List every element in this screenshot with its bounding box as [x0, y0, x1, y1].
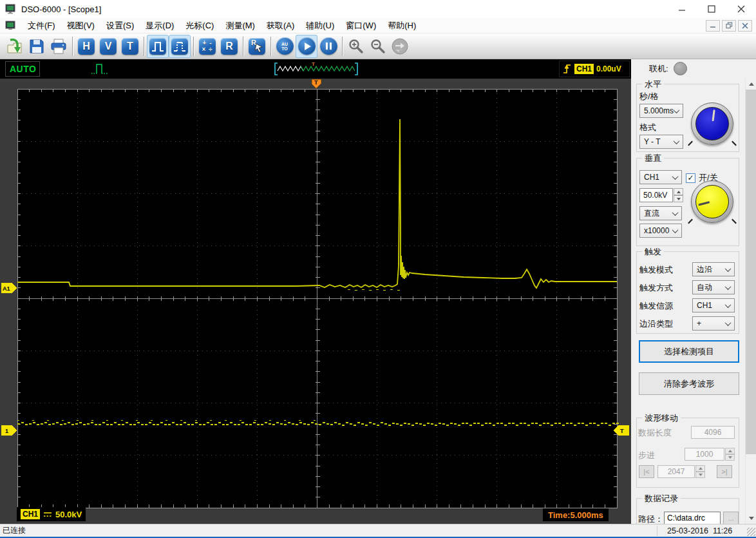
select-test-items-button[interactable]: 选择检测项目: [639, 340, 739, 363]
menu-file[interactable]: 文件(F): [28, 20, 55, 32]
volts-div-value: 50.0kV: [639, 188, 673, 202]
format-select[interactable]: Y - T: [639, 135, 683, 149]
toolbar-separator: [270, 37, 271, 56]
browse-button[interactable]: ...: [723, 512, 739, 524]
menu-utility[interactable]: 辅助(U): [306, 20, 334, 32]
chevron-down-icon: [672, 227, 679, 233]
ch1-level-marker[interactable]: [1, 425, 17, 436]
minimize-icon[interactable]: [667, 0, 697, 18]
volts-div-spinner[interactable]: 50.0kV: [639, 188, 683, 202]
open-button[interactable]: [4, 35, 26, 58]
path-field[interactable]: C:\data.drc: [664, 512, 721, 524]
cursor-button[interactable]: R: [246, 35, 268, 58]
mdi-restore-icon[interactable]: [722, 20, 736, 32]
secdiv-label: 秒/格: [639, 91, 659, 102]
panel-scrollbar[interactable]: [745, 79, 756, 524]
menu-bar: 文件(F) 视图(V) 设置(S) 显示(D) 光标(C) 测量(M) 获取(A…: [0, 18, 756, 34]
mdi-close-icon[interactable]: [738, 20, 752, 32]
statusbar-separator: [657, 526, 657, 536]
pulse-button[interactable]: [147, 35, 169, 58]
pause-button[interactable]: [317, 35, 339, 58]
horizontal-settings-button[interactable]: H: [75, 35, 97, 58]
clear-reference-button[interactable]: 清除参考波形: [639, 372, 739, 395]
vertical-group-title: 垂直: [642, 153, 664, 164]
trigger-pulse-icon: [90, 61, 112, 77]
spin-down-icon[interactable]: [725, 454, 735, 461]
pulse-measure-button[interactable]: [169, 35, 191, 58]
mdi-minimize-icon[interactable]: [706, 20, 720, 32]
data-length-value: 4096: [704, 428, 722, 437]
coupling-value: 直流: [644, 208, 659, 219]
vertical-position-knob[interactable]: [691, 180, 733, 223]
trigger-source-select[interactable]: CH1: [692, 298, 735, 312]
toolbar-separator: [193, 37, 194, 56]
trigger-settings-button[interactable]: T: [119, 35, 141, 58]
vertical-group: 垂直 CH1 ✓ 开/关 50.0kV 直流 x10000: [636, 158, 739, 246]
horizontal-position-knob[interactable]: [691, 102, 733, 145]
edge-type-select[interactable]: +: [692, 316, 735, 331]
spin-down-icon[interactable]: [674, 195, 683, 202]
menu-cursor[interactable]: 光标(C): [185, 20, 214, 32]
scrollbar-down-icon[interactable]: [746, 513, 756, 524]
scope-canvas[interactable]: A11TT: [0, 79, 631, 524]
spin-up-icon[interactable]: [695, 465, 705, 472]
menu-acquire[interactable]: 获取(A): [267, 20, 294, 32]
connection-status: 已连接: [3, 525, 26, 536]
maximize-icon[interactable]: [697, 0, 726, 18]
channel-badge: CH1: [21, 509, 40, 519]
waveform-overview-bar[interactable]: T: [273, 61, 359, 77]
math-button[interactable]: + -× ÷: [196, 35, 218, 58]
go-first-button[interactable]: |<: [639, 465, 654, 478]
save-button[interactable]: [26, 35, 48, 58]
channel-value: CH1: [644, 173, 659, 182]
spin-down-icon[interactable]: [695, 472, 705, 478]
reference-button[interactable]: R: [218, 35, 240, 58]
trigger-sweep-select[interactable]: 自动: [692, 280, 735, 294]
menu-measure[interactable]: 测量(M): [225, 20, 255, 32]
waveform-move-title: 波形移动: [642, 412, 681, 424]
coupling-select[interactable]: 直流: [639, 206, 682, 220]
chevron-down-icon: [725, 320, 732, 326]
position-field[interactable]: 2047: [657, 465, 695, 478]
menu-window[interactable]: 窗口(W): [346, 20, 376, 32]
position-spinner[interactable]: [695, 465, 705, 478]
zoom-out-button[interactable]: [367, 35, 389, 58]
go-last-button[interactable]: >|: [717, 465, 732, 478]
spin-up-icon[interactable]: [674, 188, 683, 195]
menu-settings[interactable]: 设置(S): [106, 20, 134, 32]
menu-view[interactable]: 视图(V): [67, 20, 95, 32]
auto-setup-button[interactable]: AUTO: [274, 35, 296, 58]
trigger-source-value: CH1: [697, 301, 712, 310]
scrollbar-up-icon[interactable]: [746, 79, 756, 90]
data-length-label: 数据长度: [638, 427, 672, 439]
svg-text:1: 1: [5, 428, 8, 434]
channel-on-checkbox[interactable]: ✓: [686, 173, 695, 183]
connect-button[interactable]: [389, 35, 411, 58]
spin-up-icon[interactable]: [725, 448, 735, 454]
data-record-title: 数据记录: [642, 493, 681, 504]
vertical-settings-button[interactable]: V: [97, 35, 119, 58]
step-spinner[interactable]: 1000: [685, 448, 735, 461]
toolbar-separator: [342, 37, 343, 56]
menu-display[interactable]: 显示(D): [146, 20, 174, 32]
close-icon[interactable]: [726, 0, 756, 18]
channel-select[interactable]: CH1: [639, 170, 682, 184]
menu-help[interactable]: 帮助(H): [388, 20, 416, 32]
secdiv-value: 5.000ms: [644, 106, 674, 115]
trigger-sweep-label: 触发方式: [639, 282, 673, 294]
probe-value: x10000: [644, 226, 669, 235]
probe-select[interactable]: x10000: [639, 224, 682, 238]
scrollbar-thumb[interactable]: [746, 90, 756, 454]
scope-display[interactable]: A11TT CH1 50.0kV Time:5.000ms: [0, 79, 631, 524]
chevron-down-icon: [725, 283, 732, 290]
resize-grip[interactable]: [747, 528, 755, 536]
chevron-down-icon: [725, 265, 732, 272]
secdiv-select[interactable]: 5.000ms: [639, 104, 683, 118]
print-button[interactable]: [48, 35, 70, 58]
zoom-in-button[interactable]: [345, 35, 367, 58]
trigger-mode-select[interactable]: 边沿: [692, 262, 735, 276]
control-panel: 联机: 水平 秒/格 5.000ms 格式 Y - T 垂直 CH1: [631, 59, 756, 524]
acquisition-status-box: AUTO: [5, 61, 40, 77]
link-status-label: 联机:: [649, 63, 668, 75]
run-button[interactable]: [296, 35, 317, 58]
